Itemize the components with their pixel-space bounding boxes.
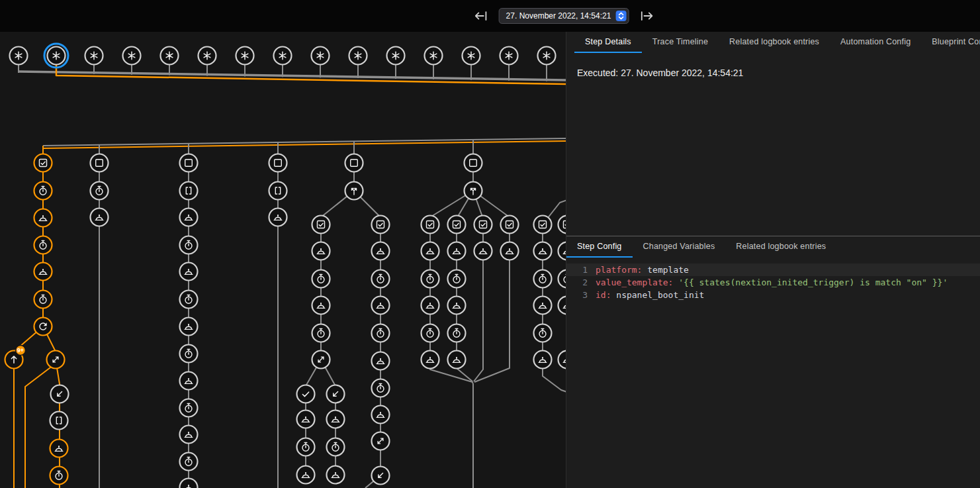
graph-node-bell-icon[interactable] [372,297,390,315]
graph-node-check-square-icon[interactable] [474,216,492,234]
graph-node-asterisk-icon[interactable] [85,47,103,65]
graph-node-bell-icon[interactable] [180,209,198,226]
graph-node-diag-arrows-icon[interactable] [47,351,65,369]
graph-node-timer-icon[interactable] [297,438,315,456]
graph-node-check-icon[interactable] [297,385,315,403]
tab-step-details[interactable]: Step Details [574,32,642,53]
graph-node-timer-icon[interactable] [422,324,439,342]
graph-node-timer-icon[interactable] [372,324,390,342]
graph-node-bell-icon[interactable] [327,466,345,484]
graph-node-check-square-icon[interactable] [448,216,466,234]
tab-related-logbook-entries[interactable]: Related logbook entries [725,236,836,258]
graph-node-square-icon[interactable] [465,154,482,172]
graph-node-bell-icon[interactable] [91,209,109,226]
graph-node-bell-icon[interactable] [34,209,52,227]
tab-step-config[interactable]: Step Config [566,236,633,258]
graph-node-check-square-icon[interactable] [34,154,52,172]
graph-node-asterisk-icon[interactable] [387,47,405,65]
graph-node-bell-icon[interactable] [34,263,52,281]
graph-node-check-square-icon[interactable] [558,216,566,234]
graph-node-bell-icon[interactable] [534,351,552,369]
graph-node-split-icon[interactable] [465,182,482,200]
graph-node-bell-icon[interactable] [422,242,439,260]
graph-node-timer-icon[interactable] [50,467,68,485]
graph-node-bell-icon[interactable] [327,411,345,428]
graph-node-arrow-down-left-icon[interactable] [327,385,345,403]
graph-node-bell-icon[interactable] [372,242,390,260]
graph-node-brackets-icon[interactable] [50,412,68,430]
tab-trace-timeline[interactable]: Trace Timeline [642,32,719,53]
graph-node-timer-icon[interactable] [180,399,198,417]
graph-node-asterisk-icon[interactable] [463,47,480,65]
next-run-button[interactable] [638,7,655,24]
graph-node-timer-icon[interactable] [312,270,330,288]
graph-node-bell-icon[interactable] [50,440,68,458]
graph-node-timer-icon[interactable] [34,291,52,309]
graph-node-timer-icon[interactable] [180,453,198,471]
graph-node-check-square-icon[interactable] [372,216,390,234]
graph-node-timer-icon[interactable] [534,324,552,342]
graph-node-asterisk-icon[interactable] [538,47,556,65]
graph-node-timer-icon[interactable] [558,270,566,288]
graph-node-bell-icon[interactable] [312,297,330,315]
graph-node-bell-icon[interactable] [422,351,439,369]
tab-related-logbook-entries[interactable]: Related logbook entries [719,32,830,53]
graph-node-timer-icon[interactable] [448,270,466,288]
trace-graph[interactable]: 9+ [0,0,566,488]
graph-node-bell-icon[interactable] [372,352,390,370]
graph-node-bell-icon[interactable] [558,351,566,369]
graph-node-bell-icon[interactable] [269,209,287,226]
graph-node-bell-icon[interactable] [534,242,552,260]
graph-node-bell-icon[interactable] [180,479,198,488]
tab-blueprint-config[interactable]: Blueprint Config [921,32,980,53]
graph-node-check-square-icon[interactable] [312,216,330,234]
graph-node-check-square-icon[interactable] [534,216,552,234]
graph-node-bell-icon[interactable] [180,372,198,390]
graph-node-brackets-icon[interactable] [180,182,198,200]
previous-run-button[interactable] [472,7,490,24]
graph-node-arrow-up-with-badge[interactable]: 9+ [5,346,26,369]
graph-node-asterisk-icon[interactable] [274,47,292,65]
graph-node-bell-icon[interactable] [180,318,198,336]
graph-node-asterisk-icon[interactable] [425,47,443,65]
tab-changed-variables[interactable]: Changed Variables [633,236,726,258]
graph-node-asterisk-icon[interactable] [312,47,330,65]
graph-node-asterisk-icon[interactable] [44,44,68,68]
graph-node-diag-arrows-icon[interactable] [372,432,390,450]
graph-node-bell-icon[interactable] [372,406,390,424]
graph-node-timer-icon[interactable] [422,270,439,288]
graph-node-asterisk-icon[interactable] [199,47,216,65]
graph-node-bell-icon[interactable] [558,297,566,315]
graph-node-asterisk-icon[interactable] [500,47,518,65]
graph-node-square-icon[interactable] [91,154,109,172]
graph-node-brackets-icon[interactable] [269,182,287,200]
tab-automation-config[interactable]: Automation Config [830,32,921,53]
graph-node-bell-icon[interactable] [501,242,519,260]
graph-node-check-square-icon[interactable] [501,216,519,234]
graph-node-timer-icon[interactable] [180,345,198,363]
graph-node-bell-icon[interactable] [297,411,315,428]
graph-node-bell-icon[interactable] [558,242,566,260]
graph-node-asterisk-icon[interactable] [349,47,367,65]
graph-node-diag-arrows-icon[interactable] [312,351,330,369]
graph-node-asterisk-icon[interactable] [10,47,28,65]
graph-node-timer-icon[interactable] [327,438,345,456]
graph-node-repeat-icon[interactable] [34,318,52,336]
graph-node-arrow-down-left-icon[interactable] [51,385,69,403]
graph-node-asterisk-icon[interactable] [161,47,179,65]
graph-node-square-icon[interactable] [345,154,363,172]
run-selector[interactable]: 27. November 2022, 14:54:21 [499,8,629,24]
graph-node-timer-icon[interactable] [180,291,198,309]
graph-node-bell-icon[interactable] [448,242,466,260]
graph-node-bell-icon[interactable] [180,263,198,281]
graph-node-bell-icon[interactable] [448,297,466,315]
graph-node-square-icon[interactable] [180,154,198,172]
graph-node-split-icon[interactable] [345,182,363,200]
graph-node-timer-icon[interactable] [448,324,466,342]
graph-node-bell-icon[interactable] [422,297,439,315]
graph-node-bell-icon[interactable] [180,426,198,444]
graph-node-asterisk-icon[interactable] [123,47,141,65]
graph-node-timer-icon[interactable] [534,270,552,288]
graph-node-bell-icon[interactable] [312,242,330,260]
graph-node-timer-icon[interactable] [312,324,330,342]
